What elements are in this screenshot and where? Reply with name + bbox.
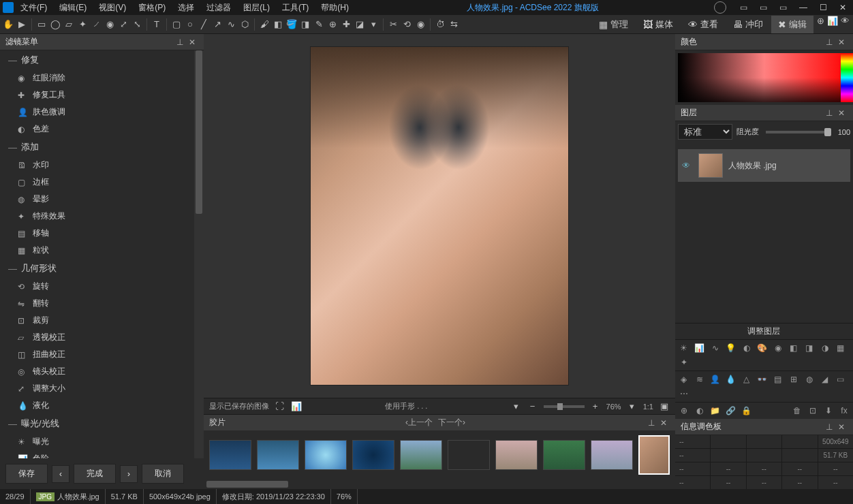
eyedropper-icon[interactable]: ✎ — [313, 19, 324, 30]
filmstrip-close-icon[interactable]: ✕ — [657, 418, 670, 428]
adj-vignette-icon[interactable]: ◍ — [803, 374, 816, 385]
item-lens[interactable]: ◎镜头校正 — [0, 363, 194, 380]
item-watermark[interactable]: 🖻水印 — [0, 157, 194, 174]
done-button[interactable]: 完成 — [74, 464, 116, 484]
histogram-icon[interactable]: 📊 — [291, 401, 302, 412]
group-icon[interactable]: 📁 — [709, 405, 722, 416]
menu-view[interactable]: 视图(V) — [96, 1, 129, 15]
mode-manage[interactable]: ▦管理 — [592, 16, 635, 33]
clone-icon[interactable]: ⊕ — [327, 19, 338, 30]
link-icon[interactable]: 🔗 — [725, 405, 737, 416]
item-rotate[interactable]: ⟲旋转 — [0, 278, 194, 295]
adj-tone-icon[interactable]: ◧ — [788, 343, 800, 353]
merge-icon[interactable]: ⬇ — [822, 405, 835, 416]
adj-noise-icon[interactable]: ▤ — [772, 374, 784, 385]
new-layer-icon[interactable]: ⊕ — [678, 405, 690, 416]
filmstrip-prev[interactable]: ‹上一个 — [403, 417, 435, 428]
item-repair[interactable]: ✚修复工具 — [0, 86, 194, 104]
expand-icon[interactable]: ⤢ — [118, 19, 129, 30]
fill-icon[interactable]: 🪣 — [286, 19, 297, 30]
thumb-8[interactable] — [543, 440, 585, 470]
minimize-button[interactable]: — — [795, 3, 811, 12]
section-exposure[interactable]: —曝光/光线 — [0, 414, 194, 433]
delete-layer-icon[interactable]: 🗑 — [791, 405, 803, 416]
item-skin[interactable]: 👤肤色微调 — [0, 104, 194, 121]
filmstrip-next[interactable]: 下一个› — [435, 417, 468, 428]
rotate-icon[interactable]: ⟲ — [401, 19, 412, 30]
layout-3-icon[interactable]: ▭ — [775, 3, 791, 12]
extra-2-icon[interactable]: 📊 — [827, 16, 838, 27]
hue-strip[interactable] — [841, 53, 853, 102]
menu-filter[interactable]: 过滤器 — [204, 1, 234, 15]
menu-select[interactable]: 选择 — [175, 1, 197, 15]
maximize-button[interactable]: ☐ — [816, 3, 831, 12]
blend-mode-select[interactable]: 标准 — [678, 124, 732, 140]
polygon-icon[interactable]: ▱ — [63, 19, 74, 30]
color-picker[interactable] — [678, 53, 850, 102]
eraser-icon[interactable]: ◧ — [273, 19, 283, 30]
thumb-5[interactable] — [400, 440, 442, 470]
adj-levels-icon[interactable]: 📊 — [694, 343, 706, 353]
filmstrip-pin-icon[interactable]: ⊥ — [645, 418, 657, 428]
adj-curves-icon[interactable]: ∿ — [709, 343, 722, 353]
brush-icon[interactable]: 🖌 — [259, 19, 270, 30]
thumb-3[interactable] — [305, 440, 347, 470]
thumb-4[interactable] — [352, 440, 394, 470]
close-button[interactable]: ✕ — [835, 3, 850, 12]
saved-image-label[interactable]: 显示已保存的图像 — [209, 401, 269, 411]
pin-icon[interactable]: ⊥ — [174, 37, 186, 47]
item-tiltshift[interactable]: ▤移轴 — [0, 225, 194, 242]
thumb-7[interactable] — [495, 440, 538, 470]
item-vignette[interactable]: ◍晕影 — [0, 191, 194, 208]
arrow-shape-icon[interactable]: ↗ — [212, 19, 223, 30]
item-perspective[interactable]: ▱透视校正 — [0, 329, 194, 346]
mode-develop[interactable]: 🖶冲印 — [726, 16, 770, 33]
thumb-9[interactable] — [591, 440, 633, 470]
adj-split-icon[interactable]: ◨ — [803, 343, 816, 353]
menu-help[interactable]: 帮助(H) — [318, 1, 352, 15]
item-distort[interactable]: ◫扭曲校正 — [0, 346, 194, 363]
adj-vibrance-icon[interactable]: ✦ — [678, 357, 690, 368]
menu-layer[interactable]: 图层(L) — [241, 1, 273, 15]
mask-icon[interactable]: ◐ — [694, 405, 706, 416]
adj-hsl-icon[interactable]: ◉ — [772, 343, 784, 353]
prev-button[interactable]: ‹ — [52, 465, 69, 483]
filmstrip-scrollbar[interactable] — [204, 479, 675, 489]
adj-drop-icon[interactable]: 💧 — [725, 374, 737, 385]
extra-3-icon[interactable]: 👁 — [839, 16, 850, 27]
item-flip[interactable]: ⇋翻转 — [0, 295, 194, 312]
adj-clarity-icon[interactable]: ◈ — [678, 374, 690, 385]
pin-icon[interactable]: ⊥ — [823, 422, 835, 432]
thumb-1[interactable] — [209, 440, 251, 470]
mode-edit[interactable]: ✖编辑 — [771, 16, 813, 33]
lock-icon[interactable]: 🔒 — [741, 405, 753, 416]
item-exposure[interactable]: ☀曝光 — [0, 433, 194, 450]
menu-tools[interactable]: 工具(T) — [279, 1, 311, 15]
menu-edit[interactable]: 编辑(E) — [57, 1, 89, 15]
adj-skin-icon[interactable]: 👤 — [709, 374, 722, 385]
quick-select-icon[interactable]: ◉ — [104, 19, 115, 30]
hand-tool-icon[interactable]: ✋ — [3, 19, 14, 30]
close-icon[interactable]: ✕ — [835, 108, 848, 118]
layout-1-icon[interactable]: ▭ — [736, 3, 751, 12]
mode-media[interactable]: 🖼媒体 — [636, 16, 680, 33]
section-geometry[interactable]: —几何形状 — [0, 259, 194, 278]
close-icon[interactable]: ✕ — [186, 37, 198, 47]
extra-1-icon[interactable]: ⊕ — [815, 16, 826, 27]
item-effects[interactable]: ✦特殊效果 — [0, 208, 194, 225]
fx-icon[interactable]: fx — [838, 405, 850, 416]
thumb-6[interactable] — [448, 440, 490, 470]
cancel-button[interactable]: 取消 — [142, 464, 184, 484]
zoom-dropdown-icon[interactable]: ▾ — [511, 401, 522, 412]
history-icon[interactable]: ⏱ — [435, 19, 446, 30]
zoom-out-icon[interactable]: − — [527, 401, 538, 412]
adj-bw-icon[interactable]: ◑ — [819, 343, 831, 353]
close-icon[interactable]: ✕ — [835, 37, 848, 47]
text-tool-icon[interactable]: T — [151, 19, 162, 30]
item-chroma[interactable]: ◐色差 — [0, 121, 194, 138]
item-resize[interactable]: ⤢调整大小 — [0, 380, 194, 397]
fullscreen-icon[interactable]: ⛶ — [275, 401, 285, 412]
pin-icon[interactable]: ⊥ — [823, 37, 835, 47]
adj-wb-icon[interactable]: ◐ — [741, 343, 753, 353]
zoom-menu-icon[interactable]: ▾ — [627, 401, 638, 412]
